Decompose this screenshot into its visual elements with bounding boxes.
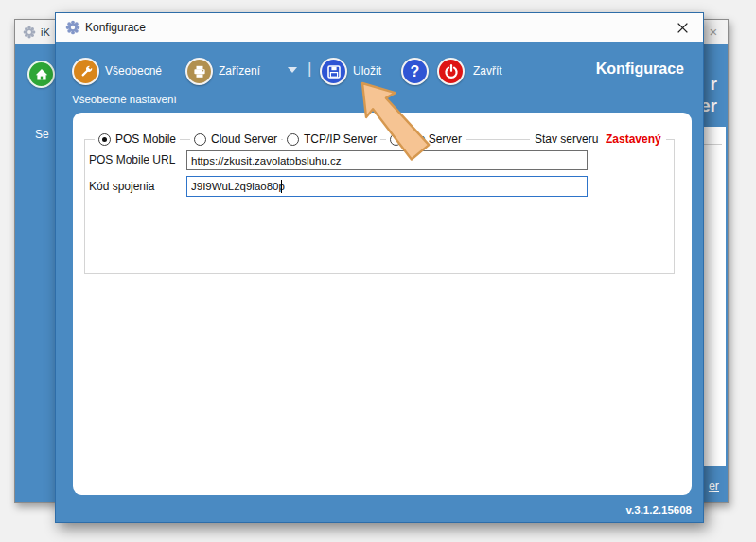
url-field-label: POS Mobile URL <box>89 153 175 166</box>
close-app-button[interactable] <box>437 58 465 85</box>
radio-icon[interactable] <box>287 133 299 146</box>
background-heading-line1: r <box>711 74 717 95</box>
wrench-icon <box>79 64 94 79</box>
background-nav-label: Se <box>35 128 49 141</box>
radio-icon[interactable] <box>390 133 402 146</box>
toolbar-separator: | <box>308 60 311 79</box>
radio-pos-mobile[interactable]: POS Mobile <box>95 132 180 146</box>
gear-icon <box>23 26 36 39</box>
devices-button[interactable] <box>185 58 213 85</box>
question-mark-icon: ? <box>411 63 420 80</box>
radio-label: TCP/IP Server <box>304 132 377 146</box>
radio-label: Cloud Server <box>211 132 277 146</box>
dialog-close-button[interactable] <box>671 13 694 42</box>
power-icon <box>444 64 459 79</box>
connection-code-input[interactable] <box>186 176 588 197</box>
background-close-button[interactable]: × <box>705 20 722 44</box>
server-status-value: Zastavený <box>601 132 666 146</box>
radio-file-server[interactable]: File Server <box>386 132 466 146</box>
close-app-label[interactable]: Zavřít <box>473 64 502 78</box>
floppy-disk-icon <box>326 64 342 79</box>
radio-icon[interactable] <box>194 133 206 146</box>
dialog-title: Konfigurace <box>85 13 146 42</box>
radio-label: File Server <box>407 132 462 146</box>
devices-label[interactable]: Zařízení <box>219 64 260 78</box>
home-icon <box>34 67 49 82</box>
radio-cloud-server[interactable]: Cloud Server <box>190 132 281 146</box>
help-button[interactable]: ? <box>401 58 429 85</box>
settings-panel: POS Mobile Cloud Server TCP/IP Server Fi… <box>73 113 692 495</box>
radio-tcpip-server[interactable]: TCP/IP Server <box>283 132 380 146</box>
text-caret <box>281 180 282 193</box>
dialog-subtitle: Všeobecné nastavení <box>72 94 177 105</box>
general-settings-label[interactable]: Všeobecné <box>105 64 162 78</box>
chevron-down-icon[interactable] <box>288 67 297 73</box>
server-status-label: Stav serveru <box>530 132 603 146</box>
save-button[interactable] <box>320 58 347 85</box>
close-icon <box>677 22 689 34</box>
gear-icon <box>65 20 80 35</box>
version-label: v.3.1.2.15608 <box>626 504 693 516</box>
background-window-title: iK <box>41 20 50 44</box>
radio-selected-icon[interactable] <box>98 133 111 146</box>
dialog-titlebar[interactable]: Konfigurace <box>56 13 703 42</box>
config-dialog: Konfigurace Všeobecné Zařízení <box>55 12 704 523</box>
radio-label: POS Mobile <box>115 132 176 146</box>
save-label[interactable]: Uložit <box>353 64 381 78</box>
home-button[interactable] <box>27 61 55 88</box>
general-settings-button[interactable] <box>72 58 99 85</box>
code-field-label: Kód spojenia <box>89 180 154 193</box>
dialog-section-header: Konfigurace <box>596 61 684 78</box>
printer-icon <box>192 64 207 79</box>
pos-mobile-url-input[interactable] <box>186 150 588 170</box>
background-footer-link[interactable]: er <box>709 480 719 493</box>
